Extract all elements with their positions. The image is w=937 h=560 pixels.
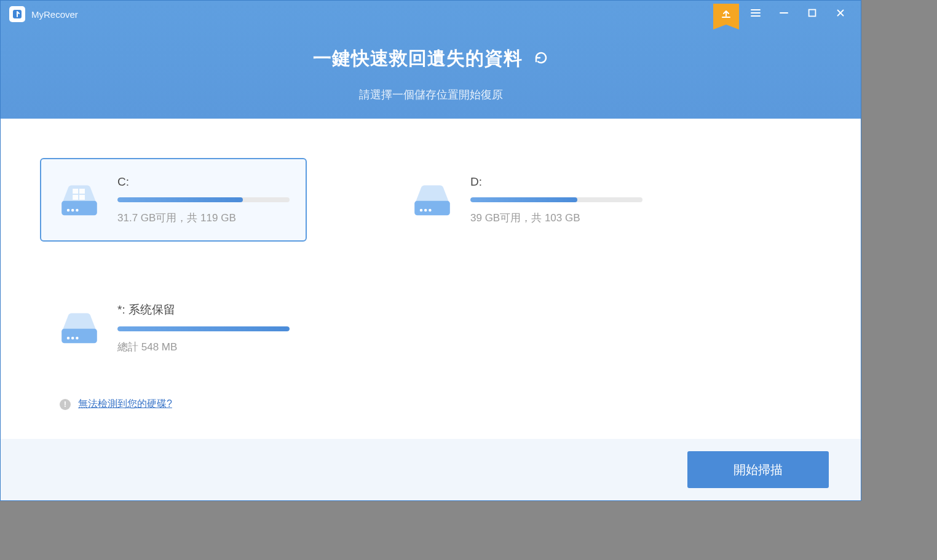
titlebar: MyRecover: [1, 1, 861, 28]
drive-label: C:: [117, 175, 290, 189]
drive-subtext: 31.7 GB可用，共 119 GB: [117, 211, 290, 225]
drive-usage-bar: [117, 197, 290, 202]
app-name: MyRecover: [31, 9, 78, 20]
app-window: MyRecover: [0, 0, 861, 501]
drive-usage-fill: [117, 326, 290, 331]
maximize-icon: [807, 7, 818, 21]
drive-icon: [57, 180, 101, 219]
drive-usage-fill: [470, 197, 577, 202]
drive-card-c[interactable]: C: 31.7 GB可用，共 119 GB: [40, 158, 307, 242]
content-area: C: 31.7 GB可用，共 119 GB D:: [1, 119, 861, 439]
drive-usage-fill: [117, 197, 243, 202]
drive-subtext: 39 GB可用，共 103 GB: [470, 211, 642, 225]
minimize-icon: [778, 7, 790, 22]
drive-card-d[interactable]: D: 39 GB可用，共 103 GB: [393, 158, 660, 242]
header: MyRecover: [1, 1, 861, 119]
close-button[interactable]: [826, 2, 855, 26]
drive-icon: [57, 308, 101, 347]
drive-label: *: 系统保留: [117, 302, 290, 318]
footer: 開始掃描: [1, 439, 861, 500]
app-logo: [9, 6, 25, 22]
drive-usage-bar: [117, 326, 290, 331]
drive-usage-bar: [470, 197, 642, 202]
menu-button[interactable]: [741, 2, 770, 26]
refresh-icon: [534, 50, 548, 68]
help-link[interactable]: 無法檢測到您的硬碟?: [78, 398, 172, 411]
close-icon: [835, 7, 846, 21]
header-main: 一鍵快速救回遺失的資料 請選擇一個儲存位置開始復原: [1, 46, 861, 102]
drive-list: C: 31.7 GB可用，共 119 GB D:: [40, 158, 630, 369]
page-title: 一鍵快速救回遺失的資料: [313, 46, 523, 71]
help-row: ! 無法檢測到您的硬碟?: [60, 398, 172, 411]
drive-card-reserved[interactable]: *: 系统保留 總計 548 MB: [40, 286, 307, 369]
upgrade-button[interactable]: [713, 4, 739, 25]
page-subtitle: 請選擇一個儲存位置開始復原: [1, 87, 861, 102]
minimize-button[interactable]: [770, 2, 798, 26]
maximize-button[interactable]: [798, 2, 826, 26]
refresh-button[interactable]: [534, 50, 548, 68]
drive-label: D:: [470, 175, 642, 189]
drive-icon: [410, 180, 454, 219]
start-scan-button[interactable]: 開始掃描: [687, 451, 829, 488]
menu-icon: [749, 7, 762, 22]
info-icon: !: [60, 399, 71, 410]
upload-icon: [721, 7, 732, 21]
drive-subtext: 總計 548 MB: [117, 340, 290, 354]
